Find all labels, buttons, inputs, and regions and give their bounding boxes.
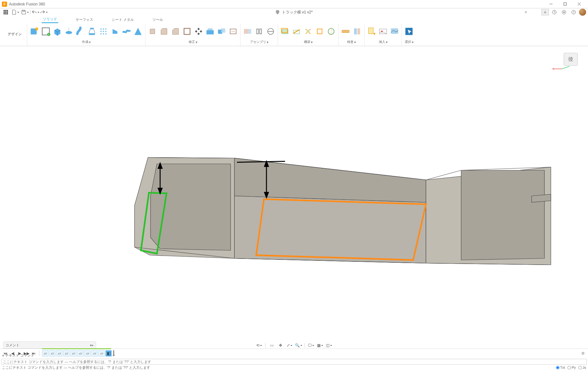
ribbon-tab-solid[interactable]: ソリッド <box>42 16 58 23</box>
svg-rect-9 <box>7 12 8 13</box>
ribbon-panel-modify: 修正▾ <box>145 24 241 46</box>
timeline-feature[interactable]: ▱ <box>98 350 105 357</box>
as-built-joint-icon[interactable] <box>265 26 276 37</box>
midplane-icon[interactable] <box>314 26 325 37</box>
svg-rect-10 <box>4 13 5 14</box>
display-settings-icon[interactable]: 🖵 <box>307 342 314 349</box>
panel-label-inspect: 検査 <box>347 40 354 44</box>
create-form-icon[interactable] <box>41 26 51 37</box>
viewport-layout-icon[interactable]: ◫ <box>325 342 332 349</box>
new-tab-button[interactable]: + <box>541 9 549 15</box>
svg-rect-11 <box>5 13 6 14</box>
lang-radio-js[interactable]: Js <box>578 366 586 369</box>
navigation-toolbar: ⟲ ▭ ✥ ⤢ 🔍 🖵 ▦ ◫ <box>256 342 332 349</box>
grid-settings-icon[interactable]: ▦ <box>316 342 323 349</box>
hole-icon[interactable] <box>133 26 143 37</box>
extrude-icon[interactable] <box>52 26 62 37</box>
text-command-input[interactable] <box>1 359 587 365</box>
ribbon-panel-create: 作成▾ <box>27 24 145 46</box>
insert-canvas-icon[interactable] <box>389 26 400 37</box>
shell-icon[interactable] <box>182 26 192 37</box>
svg-rect-25 <box>90 28 94 29</box>
svg-rect-7 <box>4 12 5 13</box>
text-command-header[interactable]: ◂テキスト コマンド <box>2 352 34 358</box>
select-icon[interactable] <box>404 26 414 37</box>
tab-close-button[interactable]: × <box>525 10 527 15</box>
viewcube[interactable]: 後 X <box>561 50 580 70</box>
redo-button[interactable] <box>40 9 48 15</box>
timeline-feature[interactable]: ▱ <box>42 350 48 357</box>
plane-at-angle-icon[interactable] <box>291 26 302 37</box>
axis-icon[interactable] <box>326 26 336 37</box>
new-sketch-icon[interactable] <box>29 26 39 37</box>
timeline-track[interactable]: ▱ ▱ ▱ ▱ ▱ ▱ ▱ ▱ ▱ ◧ <box>42 350 115 357</box>
timeline-feature[interactable]: ▱ <box>70 350 77 357</box>
timeline-settings-icon[interactable]: ⚙ <box>581 351 585 356</box>
new-component-icon[interactable] <box>242 26 253 37</box>
press-pull-icon[interactable] <box>147 26 158 37</box>
timeline-feature[interactable]: ◧ <box>105 350 112 357</box>
ribbon-panel-inspect: 検査▾ <box>339 24 364 46</box>
chamfer-icon[interactable] <box>170 26 181 37</box>
undo-button[interactable] <box>32 9 39 15</box>
look-at-icon[interactable]: ▭ <box>268 342 275 349</box>
section-analysis-icon[interactable] <box>352 26 362 37</box>
file-menu-button[interactable] <box>10 9 20 15</box>
workspace-switcher[interactable]: デザイン <box>4 24 25 44</box>
svg-point-32 <box>101 33 102 35</box>
lang-radio-py[interactable]: Py <box>568 366 576 369</box>
rib-icon[interactable] <box>98 26 109 37</box>
insert-derive-icon[interactable] <box>366 26 377 37</box>
window-maximize-button[interactable] <box>558 0 572 8</box>
timeline-feature[interactable]: ▱ <box>49 350 55 357</box>
lang-radio-txt[interactable]: Txt <box>556 366 565 369</box>
offset-plane-icon[interactable] <box>280 26 290 37</box>
zoom-icon[interactable]: ⤢ <box>286 342 293 349</box>
emboss-icon[interactable] <box>121 26 132 37</box>
joint-icon[interactable] <box>254 26 264 37</box>
revolve-icon[interactable] <box>64 26 74 37</box>
fillet-icon[interactable] <box>159 26 169 37</box>
svg-point-31 <box>105 31 107 32</box>
user-avatar[interactable] <box>579 9 586 16</box>
tangent-plane-icon[interactable] <box>303 26 313 37</box>
timeline-feature[interactable]: ▱ <box>84 350 91 357</box>
orbit-icon[interactable]: ⟲ <box>256 342 263 349</box>
viewport-canvas[interactable]: 後 X <box>0 46 588 345</box>
measure-icon[interactable] <box>340 26 351 37</box>
window-minimize-button[interactable] <box>544 0 558 8</box>
save-button[interactable] <box>21 9 29 15</box>
timeline-feature[interactable]: ▱ <box>91 350 98 357</box>
sweep-icon[interactable] <box>75 26 86 37</box>
scale-icon[interactable] <box>205 26 215 37</box>
timeline: ⏮ ◀ ▶ ▶▶ ⏭ ▱ ▱ ▱ ▱ ▱ ▱ ▱ ▱ ▱ ◧ ⚙ <box>0 349 588 358</box>
insert-decal-icon[interactable] <box>378 26 388 37</box>
ribbon-panel-select: 選択▾ <box>402 24 416 46</box>
svg-rect-41 <box>244 29 248 34</box>
ribbon-tab-tools[interactable]: ツール <box>151 16 164 23</box>
data-panel-button[interactable] <box>2 9 10 15</box>
status-hint: ここにテキスト コマンドを入力します — ヘルプを参照するには、'?' または … <box>2 365 150 370</box>
comments-panel-header[interactable]: コメント ●▸ <box>3 342 96 349</box>
viewcube-face-back[interactable]: 後 <box>564 53 578 66</box>
timeline-playhead[interactable] <box>112 350 115 357</box>
extensions-button[interactable] <box>550 9 559 16</box>
pan-icon[interactable]: ✥ <box>277 342 284 349</box>
job-status-button[interactable] <box>560 9 568 16</box>
help-button[interactable]: ? <box>569 9 578 16</box>
svg-rect-4 <box>4 10 5 11</box>
ribbon-tab-surface[interactable]: サーフェス <box>74 16 94 23</box>
window-close-button[interactable] <box>572 0 586 8</box>
timeline-feature[interactable]: ▱ <box>56 350 62 357</box>
timeline-feature[interactable]: ▱ <box>63 350 69 357</box>
replace-face-icon[interactable] <box>228 26 238 37</box>
combine-icon[interactable] <box>216 26 227 37</box>
panel-label-assemble: アセンブリ <box>250 40 266 44</box>
timeline-feature[interactable]: ▱ <box>77 350 84 357</box>
draft-icon[interactable] <box>193 26 204 37</box>
fit-icon[interactable]: 🔍 <box>295 342 302 349</box>
document-tab[interactable]: トラック横 v1 v2* <box>275 10 313 15</box>
loft-icon[interactable] <box>87 26 97 37</box>
web-icon[interactable] <box>110 26 120 37</box>
ribbon-tab-sheetmetal[interactable]: シート メタル <box>110 16 135 23</box>
